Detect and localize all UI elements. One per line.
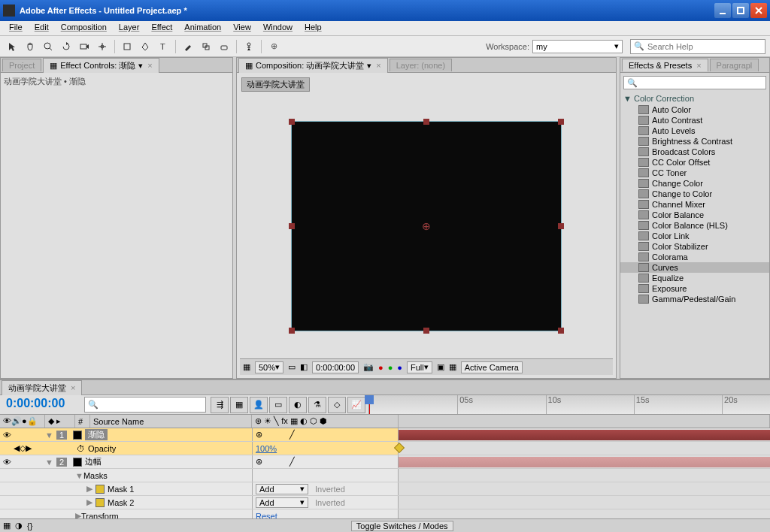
transform-handle[interactable] [558,223,564,229]
layer-name[interactable]: 边幅 [85,456,102,467]
composition-canvas[interactable]: ⊕ [291,121,562,331]
text-tool[interactable]: T [156,39,171,54]
inverted-label[interactable]: Inverted [315,485,345,494]
resolution-selector[interactable]: Full ▾ [407,361,432,373]
mask-row[interactable]: ▶Mask 2 Add▾Inverted [0,496,770,509]
preset-item[interactable]: Colorama [620,252,769,262]
tab-effect-controls[interactable]: ▦Effect Controls: 渐隐▾× [43,58,159,73]
close-button[interactable] [750,3,767,18]
clone-tool[interactable] [199,39,214,54]
tab-project[interactable]: Project [2,59,41,71]
anchor-tool[interactable] [95,39,110,54]
preset-item[interactable]: Auto Levels [620,125,769,136]
switch-icon[interactable]: ⊛ [256,430,262,440]
preset-item[interactable]: Auto Contrast [620,115,769,125]
puppet-tool[interactable] [241,39,256,54]
view-options-icon[interactable]: ▭ [288,362,296,372]
menu-file[interactable]: File [3,21,29,35]
mask-mode-selector[interactable]: Add▾ [256,484,308,494]
menu-window[interactable]: Window [257,21,299,35]
close-tab-icon[interactable]: × [71,383,75,392]
switch-icon[interactable]: ╱ [290,457,295,467]
twirl-icon[interactable]: ▼ [75,471,83,480]
mask-name[interactable]: Mask 1 [108,485,134,494]
maximize-button[interactable] [732,3,749,18]
pen-tool[interactable] [138,39,153,54]
search-help[interactable]: 🔍 [630,39,765,54]
brainstorm-icon[interactable]: ⚗ [308,397,326,413]
mask-mode-selector[interactable]: Add▾ [256,497,308,508]
motion-blur-icon[interactable]: ◐ [289,397,307,413]
preset-search-input[interactable] [638,78,762,87]
preset-item[interactable]: Exposure [620,283,769,294]
keyframe-nav-icon[interactable]: ◀◇▶ [14,443,32,453]
roi-icon[interactable]: ▣ [437,362,444,372]
twirl-icon[interactable]: ▶ [86,497,92,507]
transform-handle[interactable] [289,119,295,125]
comp-mini-flowchart-icon[interactable]: ⇶ [211,397,229,413]
twirl-icon[interactable]: ▼ [45,431,53,440]
transform-handle[interactable] [289,328,295,334]
canvas-area[interactable]: ⊕ [240,93,613,358]
preset-item[interactable]: CC Color Offset [620,157,769,168]
timeline-search[interactable]: 🔍 [84,397,206,413]
preset-item[interactable]: Equalize [620,273,769,283]
mask-color-chip[interactable] [95,485,105,494]
menu-layer[interactable]: Layer [113,21,146,35]
frame-blend-icon[interactable]: ▭ [269,397,287,413]
property-row[interactable]: ◀◇▶ ⏱ Opacity 100% [0,442,770,455]
shy-icon[interactable]: 👤 [250,397,268,413]
timeline-footer-icon[interactable]: ▦ [3,521,11,530]
preset-item[interactable]: Color Balance (HLS) [620,220,769,231]
twirl-icon[interactable]: ▶ [75,511,81,518]
source-name-header[interactable]: Source Name [90,415,252,428]
preset-item[interactable]: Color Link [620,231,769,241]
preset-item[interactable]: Curves [620,262,769,273]
visibility-toggle[interactable]: 👁 [0,458,14,467]
eraser-tool[interactable] [217,39,232,54]
local-axis-icon[interactable]: ⊕ [266,39,281,54]
timeline-tab[interactable]: 动画学院大讲堂× [2,380,82,395]
transform-handle[interactable] [558,119,564,125]
tab-effects-presets[interactable]: Effects & Presets× [622,59,708,71]
menu-composition[interactable]: Composition [55,21,113,35]
camera-tool[interactable] [77,39,92,54]
property-name[interactable]: Opacity [88,444,116,453]
twirl-icon[interactable]: ▼ [45,458,53,467]
workspace-selector[interactable]: my ▾ [532,40,623,53]
close-tab-icon[interactable]: × [147,61,152,70]
opacity-value[interactable]: 100% [256,444,277,453]
timeline-ruler[interactable]: 05s 10s 15s 20s [368,395,770,414]
twirl-icon[interactable]: ▶ [86,484,92,494]
close-tab-icon[interactable]: × [696,61,701,70]
preset-category[interactable]: ▼ Color Correction [620,92,769,104]
tab-composition[interactable]: ▦Composition: 动画学院大讲堂▾× [238,58,388,73]
mask-name[interactable]: Mask 2 [108,498,134,507]
graph-editor-icon[interactable]: 📈 [347,397,365,413]
layer-bar[interactable] [399,457,770,467]
masks-group-row[interactable]: ▼ Masks [0,469,770,482]
zoom-selector[interactable]: 50% ▾ [255,361,283,373]
transform-row[interactable]: ▶ Transform Reset [0,509,770,518]
toggle-switches-modes[interactable]: Toggle Switches / Modes [351,521,453,531]
menu-animation[interactable]: Animation [178,21,227,35]
menu-edit[interactable]: Edit [29,21,55,35]
current-time-indicator[interactable] [369,395,370,414]
search-help-input[interactable] [647,42,762,51]
preset-search[interactable]: 🔍 [623,76,766,89]
timeline-timecode[interactable]: 0:00:00:00 [0,395,83,414]
switch-icon[interactable]: ╱ [290,430,295,440]
grid-icon[interactable]: ▦ [243,362,250,372]
layer-color-chip[interactable] [73,458,82,467]
anchor-point-icon[interactable]: ⊕ [422,220,431,232]
selection-tool[interactable] [5,39,20,54]
channel-icon[interactable]: ● [388,363,393,372]
transform-handle[interactable] [558,328,564,334]
layer-row[interactable]: 👁 ▼ 2 边幅 ⊛╱ [0,455,770,469]
preset-item[interactable]: Brightness & Contrast [620,136,769,147]
transparency-grid-icon[interactable]: ▦ [449,362,456,372]
hand-tool[interactable] [23,39,38,54]
zoom-tool[interactable] [41,39,56,54]
reset-link[interactable]: Reset [256,512,277,519]
switch-icon[interactable]: ⊛ [256,457,262,467]
